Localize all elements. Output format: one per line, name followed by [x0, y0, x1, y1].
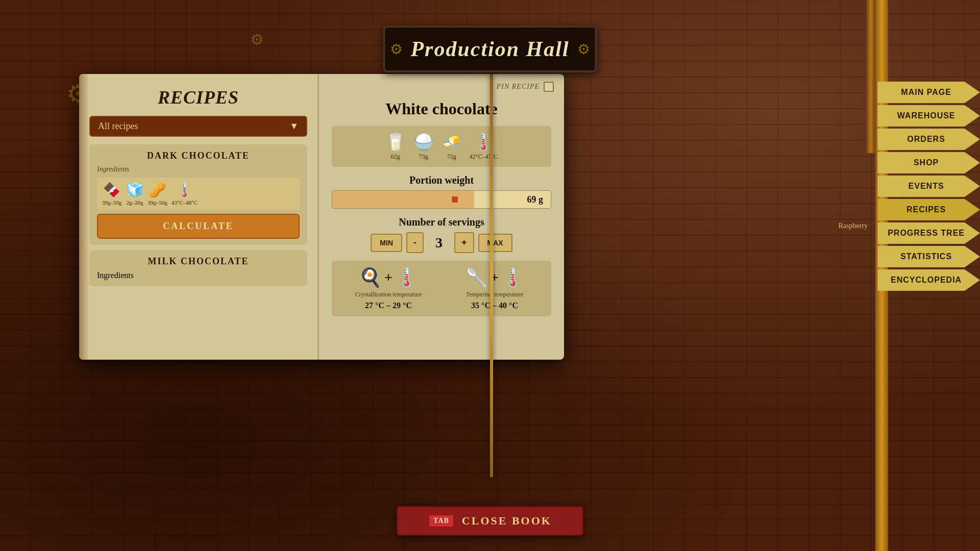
dark-chocolate-title: DARK CHOCOLATE [97, 151, 300, 161]
weight-bar: 69 g [332, 190, 551, 209]
servings-max-button[interactable]: MAX [478, 234, 512, 252]
nav-main-page[interactable]: MAIN PAGE [877, 82, 980, 103]
wc-ingredient-4: 🌡️ 42°C–47°C [470, 132, 498, 161]
recipes-title: Recipes [89, 87, 307, 108]
milk-chocolate-recipe: MILK CHOCOLATE Ingredients [89, 250, 307, 286]
milk-choc-ingredients-label: Ingredients [97, 271, 300, 280]
calculate-button[interactable]: CALCULATE [97, 214, 300, 239]
wc-ingredient-2: 🍚 73g [413, 132, 434, 161]
tempering-value: 35 °C – 40 °C [471, 301, 518, 310]
servings-plus-button[interactable]: + [454, 232, 474, 253]
wc-milk-icon: 🥛 [385, 132, 406, 152]
tempering-temp: 🥄 + 🌡️ Tempering temperature 35 °C – 40 … [444, 267, 545, 310]
crystallization-temp: 🍳 + 🌡️ Crystallization temperature 27 °C… [338, 267, 439, 310]
weight-bar-marker [452, 196, 458, 203]
wc-ingredient-4-amount: 42°C–47°C [470, 153, 498, 161]
book-right-page: PIN RECIPE White chocolate 🥛 62g 🍚 73g 🧈… [319, 74, 564, 360]
crystallization-label: Crystallization temperature [355, 291, 422, 298]
ingredient-nuts: 🥜 39g–50g [148, 182, 168, 206]
wc-ingredient-1-amount: 62g [391, 153, 400, 161]
pan-icon: 🍳 [359, 267, 382, 288]
milk-chocolate-title: MILK CHOCOLATE [97, 256, 300, 267]
filter-label: All recipes [98, 121, 138, 132]
nav-events[interactable]: EVENTS [877, 176, 980, 197]
wc-sugar-icon: 🍚 [413, 132, 434, 152]
servings-controls: MIN - 3 + MAX [332, 232, 551, 253]
cocoa-icon: 🍫 [103, 182, 121, 198]
wc-ingredient-3-amount: 72g [447, 153, 456, 161]
weight-value: 69 g [527, 194, 544, 205]
white-chocolate-title: White chocolate [332, 99, 551, 118]
navigation-sidebar: MAIN PAGE WAREHOUSE ORDERS SHOP EVENTS R… [877, 82, 980, 291]
tab-key-badge: TAB [428, 514, 454, 528]
servings-min-button[interactable]: MIN [371, 234, 402, 252]
servings-label: Number of servings [332, 216, 551, 228]
dark-choc-ingredients-label: Ingredients [97, 165, 300, 173]
temperature-section: 🍳 + 🌡️ Crystallization temperature 27 °C… [332, 261, 551, 316]
wc-ingredient-2-amount: 73g [419, 153, 428, 161]
thermometer-icon-2: 🌡️ [501, 267, 524, 288]
tempering-icon-area: 🥄 + 🌡️ [465, 267, 524, 288]
nav-statistics[interactable]: STATISTICS [877, 246, 980, 267]
cocoa-amount: 39g–50g [102, 199, 122, 206]
nav-shop[interactable]: SHOP [877, 152, 980, 173]
pin-recipe-checkbox[interactable] [544, 82, 554, 92]
sugar-icon: 🧊 [126, 182, 144, 198]
crystallization-icon-area: 🍳 + 🌡️ [359, 267, 418, 288]
wc-ingredient-1: 🥛 62g [385, 132, 406, 161]
servings-section: Number of servings MIN - 3 + MAX [332, 216, 551, 253]
ingredient-cocoa: 🍫 39g–50g [102, 182, 122, 206]
nuts-amount: 39g–50g [148, 199, 168, 206]
wc-ingredient-3: 🧈 72g [442, 132, 462, 161]
servings-minus-button[interactable]: - [406, 232, 424, 253]
thermometer-icon-1: 🌡️ [395, 267, 418, 288]
book-spine [490, 74, 493, 477]
dark-chocolate-recipe: DARK CHOCOLATE Ingredients 🍫 39g–50g 🧊 2… [89, 144, 307, 245]
nav-orders[interactable]: ORDERS [877, 129, 980, 150]
temp-icon: 🌡️ [176, 182, 193, 198]
nav-encyclopedia[interactable]: ENCYCLOPEDIA [877, 269, 980, 291]
nav-warehouse[interactable]: WAREHOUSE [877, 105, 980, 127]
pin-recipe-label: PIN RECIPE [497, 83, 540, 91]
copper-pipe-decoration-2 [866, 0, 875, 153]
nuts-icon: 🥜 [149, 182, 166, 198]
raspberry-label: Raspberry [838, 222, 868, 230]
portion-weight-section: Portion weight 69 g [332, 174, 551, 209]
portion-weight-label: Portion weight [332, 174, 551, 186]
production-hall-title: Production Hall [410, 37, 569, 61]
white-choc-ingredients: 🥛 62g 🍚 73g 🧈 72g 🌡️ 42°C–47°C [332, 126, 551, 167]
dark-choc-ingredients-row: 🍫 39g–50g 🧊 2g–20g 🥜 39g–50g 🌡️ 43°C–48°… [97, 178, 300, 210]
ingredient-temperature: 🌡️ 43°C–48°C [172, 182, 198, 206]
servings-count: 3 [428, 235, 450, 251]
ingredient-sugar: 🧊 2g–20g [126, 182, 144, 206]
gear-decoration-top: ⚙ [250, 31, 264, 48]
dropdown-chevron-icon: ▼ [289, 121, 299, 132]
temp-amount: 43°C–48°C [172, 199, 198, 206]
crystallization-value: 27 °C – 29 °C [365, 301, 412, 310]
production-hall-sign: Production Hall [383, 26, 597, 72]
nav-progress-tree[interactable]: PROGRESS TREE [877, 222, 980, 244]
recipe-filter-dropdown[interactable]: All recipes ▼ [89, 116, 307, 137]
pin-recipe-container: PIN RECIPE [497, 82, 554, 92]
plus-icon-1: + [384, 269, 393, 286]
close-book-label: CLOSE BOOK [462, 514, 552, 528]
book-left-page: Recipes All recipes ▼ DARK CHOCOLATE Ing… [79, 74, 319, 360]
nav-recipes[interactable]: RECIPES [877, 199, 980, 220]
tempering-label: Tempering temperature [466, 291, 523, 298]
sugar-amount: 2g–20g [127, 199, 143, 206]
wc-butter-icon: 🧈 [442, 132, 462, 152]
close-book-button[interactable]: TAB CLOSE BOOK [397, 506, 583, 536]
spatula-icon: 🥄 [465, 267, 488, 288]
